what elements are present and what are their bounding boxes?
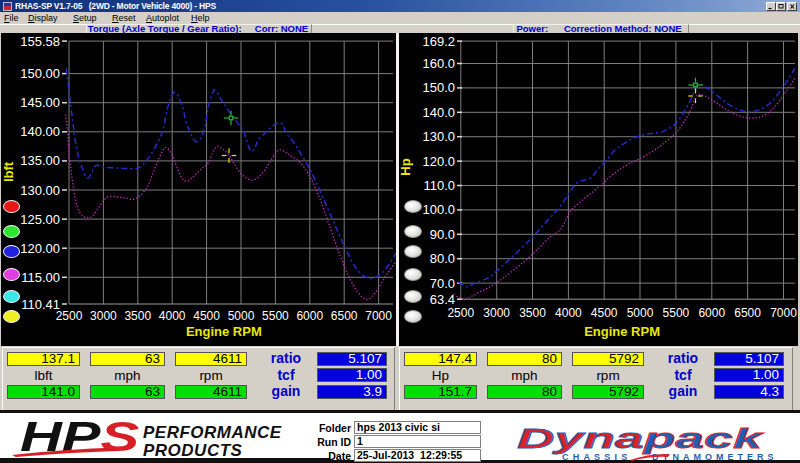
svg-text:169.2: 169.2 [422,34,455,49]
svg-text:4500: 4500 [591,306,618,320]
svg-text:4000: 4000 [159,309,186,323]
svg-text:7000: 7000 [770,306,797,320]
svg-text:155.58: 155.58 [20,34,60,49]
svg-text:120.0: 120.0 [422,154,455,169]
svg-text:Engine RPM: Engine RPM [584,324,660,339]
svg-text:Hp: Hp [399,158,413,175]
svg-text:130.00: 130.00 [20,183,60,198]
svg-text:2500: 2500 [56,309,83,323]
svg-text:110.0: 110.0 [423,178,455,193]
svg-text:4500: 4500 [193,309,220,323]
svg-text:110.41: 110.41 [21,297,60,312]
svg-text:70.0: 70.0 [430,276,455,291]
svg-text:140.0: 140.0 [422,105,455,120]
svg-text:80.0: 80.0 [430,251,455,266]
svg-text:7000: 7000 [365,309,392,323]
svg-text:6000: 6000 [296,309,323,323]
svg-text:100.0: 100.0 [422,202,455,217]
svg-text:135.00: 135.00 [20,153,60,168]
svg-text:125.00: 125.00 [20,212,60,227]
svg-text:120.00: 120.00 [20,241,60,256]
svg-text:5500: 5500 [663,306,690,320]
svg-text:3500: 3500 [519,306,546,320]
svg-text:150.0: 150.0 [422,80,455,95]
svg-text:5500: 5500 [262,309,289,323]
svg-text:90.0: 90.0 [430,227,455,242]
svg-text:3000: 3000 [90,309,117,323]
svg-text:6000: 6000 [698,306,725,320]
svg-text:63.4: 63.4 [430,292,455,307]
svg-text:5000: 5000 [228,309,255,323]
svg-text:140.00: 140.00 [20,124,60,139]
svg-text:2500: 2500 [447,306,474,320]
svg-text:160.0: 160.0 [422,56,455,71]
svg-text:130.0: 130.0 [422,129,455,144]
svg-text:6500: 6500 [331,309,358,323]
svg-text:5000: 5000 [627,306,654,320]
svg-text:3500: 3500 [124,309,151,323]
svg-text:145.00: 145.00 [20,95,60,110]
svg-text:Engine RPM: Engine RPM [186,324,262,339]
svg-text:150.00: 150.00 [20,66,60,81]
svg-text:6500: 6500 [734,306,761,320]
svg-text:3000: 3000 [483,306,510,320]
svg-text:4000: 4000 [555,306,582,320]
svg-text:115.00: 115.00 [21,270,60,285]
svg-text:lbft: lbft [1,161,16,182]
